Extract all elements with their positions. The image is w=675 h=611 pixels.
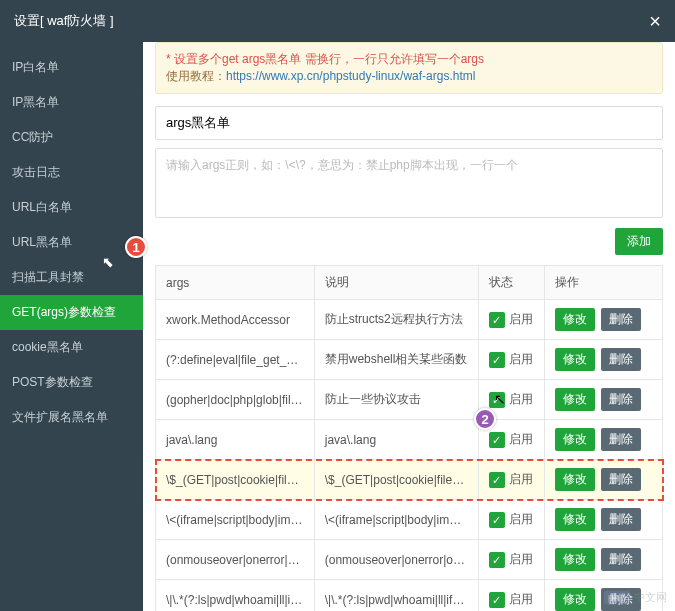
status-label: 启用 [509, 392, 533, 406]
add-button[interactable]: 添加 [615, 228, 663, 255]
table-row: (onmouseover|onerror|on...(onmouseover|o… [156, 540, 663, 580]
delete-button[interactable]: 删除 [601, 348, 641, 371]
cell-status: ✓启用 [478, 580, 545, 612]
delete-button[interactable]: 删除 [601, 308, 641, 331]
modify-button[interactable]: 修改 [555, 468, 595, 491]
warning-line2: 使用教程：https://www.xp.cn/phpstudy-linux/wa… [166, 68, 652, 85]
modal-header: 设置[ waf防火墙 ] × [0, 0, 675, 42]
sidebar-item-ext-blacklist[interactable]: 文件扩展名黑名单 [0, 400, 143, 435]
tutorial-label: 使用教程： [166, 69, 226, 83]
annotation-badge-2: 2 [474, 408, 496, 430]
table-row: \<(iframe|script|body|img|l...\<(iframe|… [156, 500, 663, 540]
status-label: 启用 [509, 312, 533, 326]
sidebar-item-get-args[interactable]: GET(args)参数检查 [0, 295, 143, 330]
cell-ops: 修改删除 [545, 380, 663, 420]
sidebar-item-url-whitelist[interactable]: URL白名单 [0, 190, 143, 225]
sidebar-item-attack-log[interactable]: 攻击日志 [0, 155, 143, 190]
cell-desc: 防止一些协议攻击 [314, 380, 478, 420]
delete-button[interactable]: 删除 [601, 468, 641, 491]
cell-ops: 修改删除 [545, 300, 663, 340]
cell-args: (onmouseover|onerror|on... [156, 540, 315, 580]
check-icon[interactable]: ✓ [489, 352, 505, 368]
cell-desc: \<(iframe|script|body|img|l... [314, 500, 478, 540]
check-icon[interactable]: ✓ [489, 512, 505, 528]
sidebar-item-ip-whitelist[interactable]: IP白名单 [0, 50, 143, 85]
modal-body: IP白名单 IP黑名单 CC防护 攻击日志 URL白名单 URL黑名单 扫描工具… [0, 42, 675, 611]
warning-box: * 设置多个get args黑名单 需换行，一行只允许填写一个args 使用教程… [155, 42, 663, 94]
tutorial-link[interactable]: https://www.xp.cn/phpstudy-linux/waf-arg… [226, 69, 475, 83]
content-panel: * 设置多个get args黑名单 需换行，一行只允许填写一个args 使用教程… [143, 42, 675, 611]
cell-status: ✓启用 [478, 340, 545, 380]
cell-status: ✓启用 [478, 540, 545, 580]
sidebar-item-cookie-blacklist[interactable]: cookie黑名单 [0, 330, 143, 365]
watermark-text: 中文网 [634, 590, 667, 605]
watermark: php 中文网 [604, 590, 667, 605]
add-row: 添加 [155, 228, 663, 255]
cell-desc: \|\.*(?:ls|pwd|whoami|ll|ifc... [314, 580, 478, 612]
table-row: \$_(GET|post|cookie|files|...\$_(GET|pos… [156, 460, 663, 500]
annotation-badge-1: 1 [125, 236, 147, 258]
status-label: 启用 [509, 592, 533, 606]
check-icon[interactable]: ✓ [489, 472, 505, 488]
cell-status: ✓启用 [478, 300, 545, 340]
cell-ops: 修改删除 [545, 460, 663, 500]
delete-button[interactable]: 删除 [601, 548, 641, 571]
modify-button[interactable]: 修改 [555, 508, 595, 531]
cell-desc: 防止structs2远程执行方法 [314, 300, 478, 340]
modify-button[interactable]: 修改 [555, 348, 595, 371]
check-icon[interactable]: ✓ [489, 592, 505, 608]
rules-table: args 说明 状态 操作 xwork.MethodAccessor防止stru… [155, 265, 663, 611]
status-label: 启用 [509, 552, 533, 566]
sidebar-item-post-params[interactable]: POST参数检查 [0, 365, 143, 400]
delete-button[interactable]: 删除 [601, 428, 641, 451]
php-logo: php [604, 591, 630, 604]
cell-ops: 修改删除 [545, 340, 663, 380]
sidebar-item-url-blacklist[interactable]: URL黑名单 [0, 225, 143, 260]
modal-title: 设置[ waf防火墙 ] [14, 12, 114, 30]
cell-args: \|\.*(?:ls|pwd|whoami|ll|ifc... [156, 580, 315, 612]
th-ops: 操作 [545, 266, 663, 300]
modify-button[interactable]: 修改 [555, 388, 595, 411]
args-input[interactable]: 请输入args正则，如：\<\?，意思为：禁止php脚本出现，一行一个 [155, 148, 663, 218]
check-icon[interactable]: ✓ [489, 392, 505, 408]
cell-args: \<(iframe|script|body|img|l... [156, 500, 315, 540]
status-label: 启用 [509, 512, 533, 526]
cell-args: (gopher|doc|php|glob|file|... [156, 380, 315, 420]
check-icon[interactable]: ✓ [489, 312, 505, 328]
cell-args: xwork.MethodAccessor [156, 300, 315, 340]
modify-button[interactable]: 修改 [555, 428, 595, 451]
close-icon[interactable]: × [649, 10, 661, 33]
th-desc: 说明 [314, 266, 478, 300]
check-icon[interactable]: ✓ [489, 432, 505, 448]
table-row: xwork.MethodAccessor防止structs2远程执行方法✓启用修… [156, 300, 663, 340]
modify-button[interactable]: 修改 [555, 588, 595, 611]
cell-args: (?:define|eval|file_get_co... [156, 340, 315, 380]
sidebar: IP白名单 IP黑名单 CC防护 攻击日志 URL白名单 URL黑名单 扫描工具… [0, 42, 143, 611]
table-row: \|\.*(?:ls|pwd|whoami|ll|ifc...\|\.*(?:l… [156, 580, 663, 612]
delete-button[interactable]: 删除 [601, 388, 641, 411]
sidebar-item-ip-blacklist[interactable]: IP黑名单 [0, 85, 143, 120]
cell-desc: java\.lang [314, 420, 478, 460]
status-label: 启用 [509, 352, 533, 366]
cell-ops: 修改删除 [545, 540, 663, 580]
cell-desc: 禁用webshell相关某些函数 [314, 340, 478, 380]
status-label: 启用 [509, 432, 533, 446]
cell-args: java\.lang [156, 420, 315, 460]
modify-button[interactable]: 修改 [555, 308, 595, 331]
sidebar-item-scan-block[interactable]: 扫描工具封禁 [0, 260, 143, 295]
cell-status: ✓启用 [478, 500, 545, 540]
cell-desc: (onmouseover|onerror|onl... [314, 540, 478, 580]
th-status: 状态 [478, 266, 545, 300]
cell-args: \$_(GET|post|cookie|files|... [156, 460, 315, 500]
cell-ops: 修改删除 [545, 500, 663, 540]
check-icon[interactable]: ✓ [489, 552, 505, 568]
section-title: args黑名单 [155, 106, 663, 140]
warning-line1: * 设置多个get args黑名单 需换行，一行只允许填写一个args [166, 51, 652, 68]
delete-button[interactable]: 删除 [601, 508, 641, 531]
sidebar-item-cc[interactable]: CC防护 [0, 120, 143, 155]
cell-status: ✓启用 [478, 460, 545, 500]
cell-ops: 修改删除 [545, 420, 663, 460]
table-row: java\.langjava\.lang✓启用修改删除 [156, 420, 663, 460]
th-args: args [156, 266, 315, 300]
modify-button[interactable]: 修改 [555, 548, 595, 571]
